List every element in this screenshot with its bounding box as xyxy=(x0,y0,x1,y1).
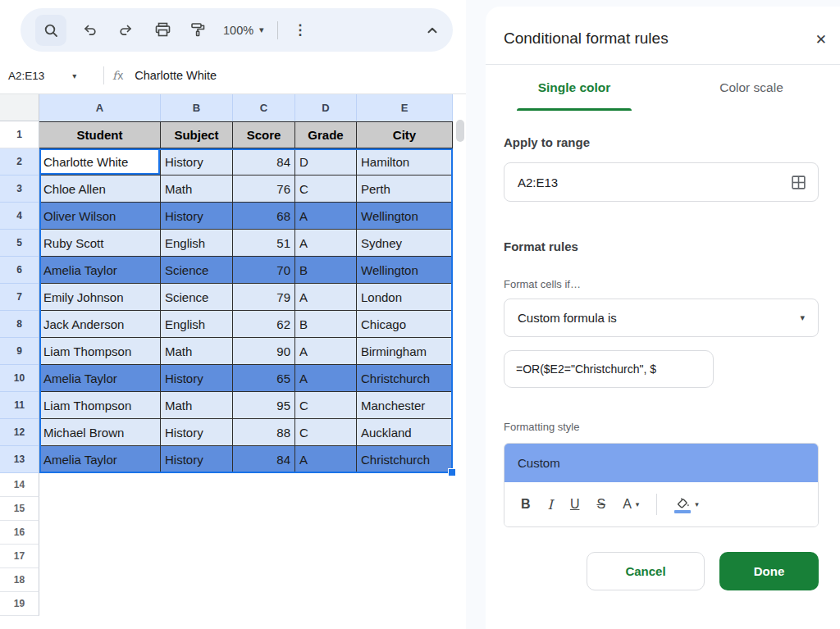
cell[interactable]: 68 xyxy=(233,203,295,230)
active-cell[interactable]: Charlotte White xyxy=(39,148,161,175)
cell[interactable]: Math xyxy=(161,175,233,203)
cell[interactable]: A xyxy=(295,284,357,311)
empty-cells[interactable] xyxy=(39,521,466,545)
cell[interactable]: Auckland xyxy=(357,419,453,446)
grid-corner[interactable] xyxy=(0,94,39,121)
header-cell[interactable]: Student xyxy=(39,121,161,148)
column-header-A[interactable]: A xyxy=(39,94,161,121)
cell[interactable]: 51 xyxy=(233,230,295,257)
row-number[interactable]: 15 xyxy=(0,497,39,521)
cell[interactable]: History xyxy=(161,446,233,473)
print-icon[interactable] xyxy=(148,16,176,44)
cell[interactable]: Hamilton xyxy=(357,148,453,175)
cell[interactable]: Oliver Wilson xyxy=(39,203,161,230)
row-number[interactable]: 12 xyxy=(0,419,39,446)
cell[interactable]: Jack Anderson xyxy=(39,311,161,338)
cell[interactable]: 62 xyxy=(233,311,295,338)
row-number[interactable]: 17 xyxy=(0,545,39,568)
paint-format-icon[interactable] xyxy=(184,16,212,44)
text-color-button[interactable]: A ▾ xyxy=(623,497,639,512)
cell[interactable]: Math xyxy=(161,338,233,365)
search-icon[interactable] xyxy=(35,15,66,46)
column-header-B[interactable]: B xyxy=(161,94,233,121)
row-number[interactable]: 1 xyxy=(0,121,39,148)
strikethrough-button[interactable]: S xyxy=(596,497,605,512)
done-button[interactable]: Done xyxy=(719,552,819,590)
range-input[interactable]: A2:E13 xyxy=(504,162,819,202)
row-number[interactable]: 11 xyxy=(0,392,39,419)
name-box[interactable]: A2:E13 ▾ xyxy=(0,70,98,82)
cell[interactable]: A xyxy=(295,338,357,365)
cell[interactable]: C xyxy=(295,419,357,446)
cell[interactable]: Science xyxy=(161,257,233,284)
header-cell[interactable]: City xyxy=(357,121,453,148)
cell[interactable]: 90 xyxy=(233,338,295,365)
cell[interactable]: Math xyxy=(161,392,233,419)
row-number[interactable]: 7 xyxy=(0,284,39,311)
select-data-range-icon[interactable] xyxy=(791,175,806,190)
header-cell[interactable]: Score xyxy=(233,121,295,148)
cell[interactable]: Amelia Taylor xyxy=(39,257,161,284)
cell[interactable]: 79 xyxy=(233,284,295,311)
row-number[interactable]: 13 xyxy=(0,446,39,473)
formula-bar-content[interactable]: Charlotte White xyxy=(135,69,217,82)
collapse-toolbar-icon[interactable] xyxy=(425,8,440,52)
cell[interactable]: English xyxy=(161,311,233,338)
empty-cells[interactable] xyxy=(39,473,466,497)
tab-color-scale[interactable]: Color scale xyxy=(663,65,840,111)
cell[interactable]: A xyxy=(295,230,357,257)
undo-icon[interactable] xyxy=(76,16,104,44)
zoom-control[interactable]: 100% ▾ xyxy=(223,24,264,37)
cell[interactable]: 84 xyxy=(233,148,295,175)
redo-icon[interactable] xyxy=(112,16,139,44)
cell[interactable]: History xyxy=(161,148,233,175)
cell[interactable]: A xyxy=(295,203,357,230)
cell[interactable]: Wellington xyxy=(357,257,453,284)
cell[interactable]: History xyxy=(161,419,233,446)
cell[interactable]: C xyxy=(295,392,357,419)
fill-color-button[interactable]: ▾ xyxy=(674,496,699,513)
vertical-scrollbar[interactable] xyxy=(456,120,464,142)
row-number[interactable]: 8 xyxy=(0,311,39,338)
cell[interactable]: Christchurch xyxy=(357,365,453,392)
cell[interactable]: 88 xyxy=(233,419,295,446)
italic-button[interactable]: I xyxy=(548,497,553,513)
row-number[interactable]: 6 xyxy=(0,257,39,284)
cell[interactable]: Science xyxy=(161,284,233,311)
row-number[interactable]: 14 xyxy=(0,473,39,497)
row-number[interactable]: 4 xyxy=(0,203,39,230)
header-cell[interactable]: Grade xyxy=(295,121,357,148)
column-header-C[interactable]: C xyxy=(233,94,295,121)
empty-cells[interactable] xyxy=(39,545,466,568)
cell[interactable]: B xyxy=(295,311,357,338)
cell[interactable]: 84 xyxy=(233,446,295,473)
cell[interactable]: 65 xyxy=(233,365,295,392)
cell[interactable]: A xyxy=(295,365,357,392)
empty-cells[interactable] xyxy=(39,568,466,592)
tab-single-color[interactable]: Single color xyxy=(486,65,663,111)
cell[interactable]: Amelia Taylor xyxy=(39,446,161,473)
row-number[interactable]: 16 xyxy=(0,521,39,545)
cell[interactable]: Christchurch xyxy=(357,446,453,473)
column-header-E[interactable]: E xyxy=(357,94,453,121)
custom-formula-input[interactable]: =OR($E2="Christchurch", $ xyxy=(504,350,714,388)
cell[interactable]: 70 xyxy=(233,257,295,284)
cell[interactable]: Liam Thompson xyxy=(39,338,161,365)
cell[interactable]: Manchester xyxy=(357,392,453,419)
cell[interactable]: Birmingham xyxy=(357,338,453,365)
condition-dropdown[interactable]: Custom formula is ▾ xyxy=(504,299,819,337)
cell[interactable]: A xyxy=(295,446,357,473)
row-number[interactable]: 3 xyxy=(0,175,39,203)
empty-cells[interactable] xyxy=(39,497,466,521)
cell[interactable]: B xyxy=(295,257,357,284)
cell[interactable]: History xyxy=(161,203,233,230)
cell[interactable]: Wellington xyxy=(357,203,453,230)
row-number[interactable]: 18 xyxy=(0,568,39,592)
cell[interactable]: History xyxy=(161,365,233,392)
cell[interactable]: 95 xyxy=(233,392,295,419)
bold-button[interactable]: B xyxy=(521,497,531,512)
cell[interactable]: Perth xyxy=(357,175,453,203)
cell[interactable]: C xyxy=(295,175,357,203)
more-options-icon[interactable]: ⋮ xyxy=(286,16,314,44)
cell[interactable]: Chicago xyxy=(357,311,453,338)
